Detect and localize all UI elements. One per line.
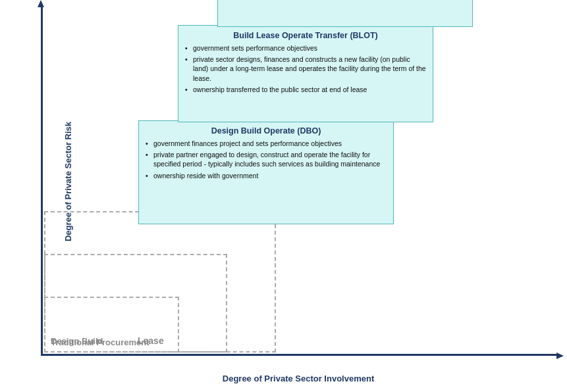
dbo-bullet-2: •private partner engaged to design, cons…: [146, 150, 387, 168]
dbo-box: Design Build Operate (DBO) •government f…: [138, 120, 394, 224]
lease-label: Lease: [138, 335, 164, 346]
y-axis: [41, 7, 43, 356]
dbo-bullet-1: •government finances project and sets pe…: [146, 139, 387, 148]
blot-bullets: •government sets performance objectives …: [185, 43, 426, 94]
dbo-bullets: •government finances project and sets pe…: [146, 139, 387, 180]
x-axis-arrow: [556, 353, 564, 359]
chart-area: Degree of Private Sector Risk Degree of …: [40, 7, 557, 356]
y-axis-arrow: [38, 0, 44, 7]
x-axis: [41, 354, 557, 356]
blot-box: Build Lease Operate Transfer (BLOT) •gov…: [178, 25, 433, 122]
blot-bullet-1: •government sets performance objectives: [185, 43, 426, 53]
boo-box: Build Own Operate (BOO) •government sets…: [217, 0, 473, 27]
x-axis-label: Degree of Private Sector Involvement: [223, 374, 374, 383]
blot-bullet-2: •private sector designs, finances and co…: [185, 55, 426, 83]
dbo-title: Design Build Operate (DBO): [146, 126, 387, 135]
dbo-bullet-3: •ownership reside with government: [146, 171, 387, 180]
blot-title: Build Lease Operate Transfer (BLOT): [185, 31, 426, 40]
lease-box: Lease: [44, 211, 276, 353]
blot-bullet-3: •ownership transferred to the public sec…: [185, 85, 426, 94]
